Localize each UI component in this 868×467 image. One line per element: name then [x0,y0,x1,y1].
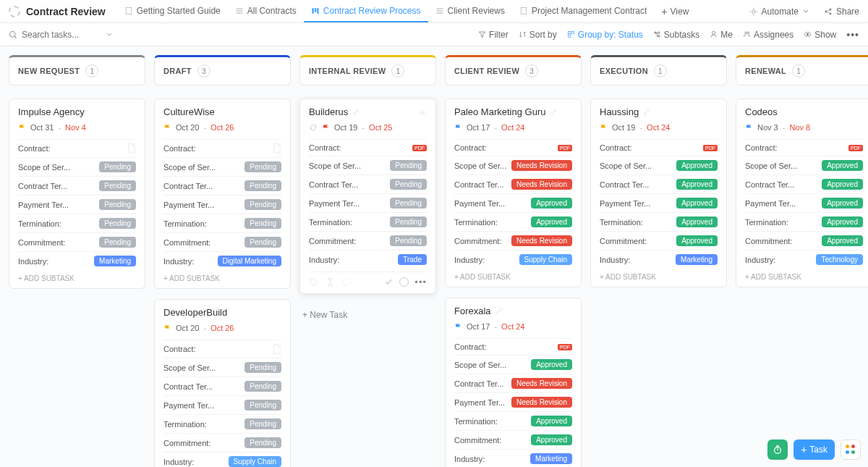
page-title: Contract Review [26,6,106,17]
automate-button[interactable]: Automate [742,4,817,20]
svg-point-17 [807,33,809,35]
column-header[interactable]: EXECUTION 1 [590,55,727,85]
fab-task-label: Task [809,445,827,455]
field-contract: Contract: [745,143,778,152]
field-terms: Contract Ter... [309,180,358,189]
list-icon [235,7,244,15]
column-header[interactable]: CLIENT REVIEW 3 [445,55,582,85]
timer-fab[interactable] [767,439,788,460]
tab-client-reviews[interactable]: Client Reviews [428,0,512,22]
card-culturewise[interactable]: CultureWise Oct 20-Oct 26 Contract: Scop… [154,98,291,289]
show-button[interactable]: Show [804,30,836,40]
hourglass-icon[interactable] [326,277,335,287]
status-badge: Approved [822,235,863,246]
assignees-button[interactable]: Assignees [743,30,793,40]
add-subtask-button[interactable]: + ADD SUBTASK [745,269,863,281]
column-title: DRAFT [163,67,192,75]
field-contract: Contract: [163,345,196,353]
svg-point-6 [825,10,827,12]
svg-rect-3 [317,8,318,14]
column-header[interactable]: DRAFT 3 [154,55,291,85]
date-start: Oct 19 [612,123,635,132]
sortby-button[interactable]: Sort by [519,30,557,40]
field-payment: Payment Ter... [454,398,505,407]
field-scope: Scope of Ser... [18,163,70,172]
field-contract: Contract: [600,143,632,152]
date-start: Oct 20 [176,324,199,332]
status-badge: Approved [822,216,863,227]
me-button[interactable]: Me [710,30,733,40]
tab-project-mgmt-contract[interactable]: Project Management Contract [512,0,654,22]
sortby-label: Sort by [529,30,557,40]
status-badge: Pending [244,418,281,429]
gear-icon[interactable] [418,108,427,117]
sprint-icon[interactable] [342,277,352,287]
date-end: Nov 8 [789,123,810,132]
add-view-button[interactable]: +View [654,6,696,17]
document-icon [273,344,281,354]
check-icon[interactable] [384,277,393,287]
field-scope: Scope of Ser... [163,163,216,172]
filter-button[interactable]: Filter [478,30,509,40]
field-terms: Contract Ter... [163,182,213,190]
date-start: Oct 31 [30,123,54,132]
groupby-button[interactable]: Group by: Status [567,30,643,40]
status-badge: Pending [244,180,281,191]
status-badge: Needs Revision [511,378,572,389]
column-renewal: RENEWAL 1 Codeos Nov 3-Nov 8 Contract:PD… [736,55,868,458]
card-builderus[interactable]: Builderus Oct 19-Oct 25 Contract:PDF Sco… [299,98,436,294]
add-subtask-button[interactable]: + ADD SUBTASK [454,269,572,281]
kanban-board: NEW REQUEST 1 Impulse Agency Oct 31-Nov … [0,46,868,467]
tab-getting-started[interactable]: Getting Started Guide [117,0,228,22]
status-badge: Pending [390,160,427,171]
add-subtask-button[interactable]: + ADD SUBTASK [18,270,136,282]
add-subtask-button[interactable]: + ADD SUBTASK [163,270,281,282]
card-title: Haussing [600,106,639,117]
doc-icon [519,7,528,15]
tab-contract-review-process[interactable]: Contract Review Process [304,0,428,22]
field-industry: Industry: [18,257,48,266]
column-header[interactable]: RENEWAL 1 [736,55,868,85]
apps-fab[interactable] [841,439,861,460]
chevron-down-icon[interactable] [106,31,113,38]
subtasks-button[interactable]: Subtasks [653,30,699,40]
groupby-label: Group by: Status [578,30,643,40]
tab-all-contracts[interactable]: All Contracts [228,0,304,22]
assignee-circle[interactable] [399,277,409,287]
card-paleo-marketing[interactable]: Paleo Marketing Guru Oct 17-Oct 24 Contr… [445,98,582,287]
more-button[interactable]: ••• [846,29,859,41]
status-badge: Approved [531,434,572,445]
date-start: Oct 20 [176,123,199,132]
field-termination: Termination: [163,219,207,228]
card-title: Codeos [745,106,778,117]
card-forexala[interactable]: Forexala Oct 17-Oct 24 Contract:PDF Scop… [445,298,582,467]
card-developerbuild[interactable]: DeveloperBuild Oct 20-Oct 26 Contract: S… [154,299,291,467]
card-impulse-agency[interactable]: Impulse Agency Oct 31-Nov 4 Contract: Sc… [9,98,145,289]
column-header[interactable]: INTERNAL REVIEW 1 [299,55,436,85]
card-haussing[interactable]: Haussing Oct 19-Oct 24 Contract:PDF Scop… [590,98,727,287]
new-task-button[interactable]: + New Task [299,304,436,326]
card-more-button[interactable]: ••• [414,277,427,287]
field-commitment: Commitment: [163,238,210,247]
tag-icon[interactable] [309,277,318,287]
search-input[interactable] [22,30,101,40]
column-count: 1 [792,64,805,77]
flag-icon [322,124,330,132]
field-terms: Contract Ter... [745,180,794,189]
top-right-actions: Automate Share [742,4,859,20]
chevron-down-icon [802,8,809,15]
column-header[interactable]: NEW REQUEST 1 [9,55,145,85]
add-subtask-button[interactable]: + ADD SUBTASK [600,269,718,281]
card-codeos[interactable]: Codeos Nov 3-Nov 8 Contract:PDF Scope of… [736,98,868,287]
field-payment: Payment Ter... [163,201,214,209]
date-start: Oct 17 [467,322,490,331]
svg-point-18 [422,111,424,113]
date-end: Nov 4 [65,123,86,132]
column-title: RENEWAL [745,67,786,75]
share-button[interactable]: Share [824,7,859,17]
card-title: CultureWise [163,106,215,117]
new-task-fab[interactable]: +Task [793,439,835,460]
status-badge: Pending [99,161,136,172]
card-title: Builderus [309,106,348,117]
status-badge: Pending [244,237,281,248]
